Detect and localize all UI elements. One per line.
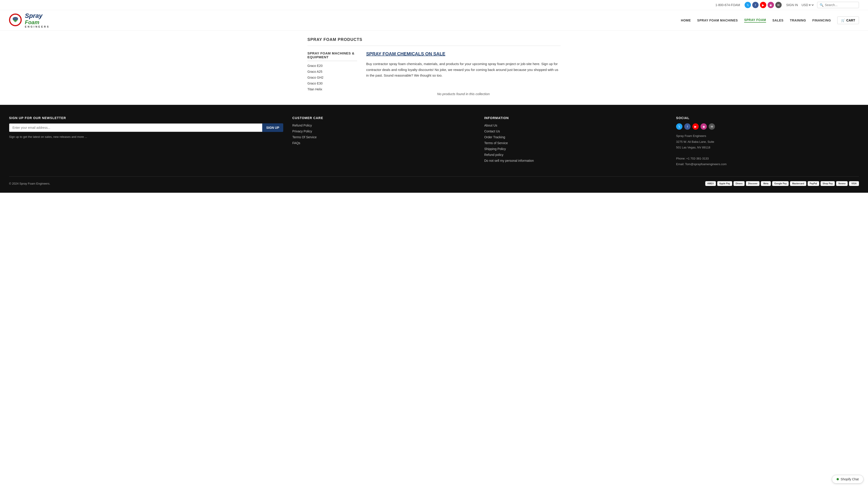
email-info: Email: Tom@sprayfoamengineers.com	[676, 162, 859, 167]
nav-financing[interactable]: FINANCING	[812, 19, 831, 22]
copyright: © 2024 Spray Foam Engineers.	[9, 182, 50, 185]
phone-value: +1 702-381-3133	[686, 157, 709, 160]
email-label: Email:	[676, 162, 684, 166]
address-line1: 3275 W. Ali Baba Lane, Suite	[676, 139, 859, 144]
product-description: Buy contractor spray foam chemicals, mat…	[366, 61, 561, 78]
main-layout: SPRAY FOAM MACHINES & EQUIPMENT Graco E2…	[307, 51, 561, 98]
privacy-policy-link[interactable]: Privacy Policy	[292, 129, 312, 133]
phone-number: 1-800-674-FOAM	[715, 3, 740, 7]
social-footer-icons: 𝕏 f ▶ ◉ ✉	[676, 123, 859, 130]
information-links: About Us Contact Us Order Tracking Terms…	[484, 123, 667, 163]
footer-bottom: © 2024 Spray Foam Engineers. AMEX Apple …	[9, 176, 859, 186]
search-icon: 🔍	[819, 3, 824, 7]
facebook-icon-top[interactable]: f	[752, 2, 758, 8]
newsletter-input[interactable]	[9, 123, 262, 132]
facebook-icon-footer[interactable]: f	[684, 123, 690, 130]
shipping-policy-link[interactable]: Shipping Policy	[484, 147, 506, 151]
newsletter-note: Sign up to get the latest on sales, new …	[9, 135, 283, 138]
graco-e20-link[interactable]: Graco E20	[307, 64, 322, 68]
list-item: FAQs	[292, 141, 475, 145]
mastercard-icon: Mastercard	[790, 181, 806, 186]
no-products-message: No products found in this collection	[366, 92, 561, 96]
cart-button[interactable]: 🛒 CART	[837, 17, 859, 24]
logo-circle	[9, 13, 22, 26]
newsletter-form: SIGN UP	[9, 123, 283, 132]
search-input[interactable]	[825, 3, 857, 7]
nav-spray-foam[interactable]: SPRAY FOAM	[744, 18, 766, 23]
search-box: 🔍	[817, 2, 859, 8]
footer-newsletter: SIGN UP FOR OUR NEWSLETTER SIGN UP Sign …	[9, 116, 283, 167]
refund-policy-info-link[interactable]: Refund policy	[484, 153, 503, 157]
order-tracking-link[interactable]: Order Tracking	[484, 135, 505, 139]
page-title: SPRAY FOAM PRODUCTS	[307, 37, 561, 42]
footer-social: SOCIAL 𝕏 f ▶ ◉ ✉ Spray Foam Engineers 32…	[676, 116, 859, 167]
list-item: Contact Us	[484, 129, 667, 133]
sign-in-link[interactable]: SIGN IN	[786, 3, 798, 7]
list-item: Terms Of Service	[292, 135, 475, 139]
currency-selector[interactable]: USD ▾	[801, 3, 814, 7]
graco-e30-link[interactable]: Graco E30	[307, 82, 322, 85]
email-icon-top[interactable]: ✉	[775, 2, 782, 8]
youtube-icon-top[interactable]: ▶	[760, 2, 766, 8]
top-bar: 1-800-674-FOAM 𝕏 f ▶ ◉ ✉ SIGN IN USD ▾ 🔍	[0, 0, 868, 10]
nav-training[interactable]: TRAINING	[790, 19, 806, 22]
footer-top: SIGN UP FOR OUR NEWSLETTER SIGN UP Sign …	[9, 116, 859, 167]
list-item: Order Tracking	[484, 135, 667, 139]
list-item: Do not sell my personal information	[484, 159, 667, 163]
sidebar-divider	[307, 61, 357, 61]
social-title: SOCIAL	[676, 116, 859, 120]
instagram-icon-top[interactable]: ◉	[768, 2, 774, 8]
visa-icon: VISA	[849, 181, 859, 186]
titan-helix-link[interactable]: Titan Helix	[307, 88, 322, 91]
logo-foam: Foam	[25, 20, 50, 25]
contact-us-link[interactable]: Contact Us	[484, 129, 500, 133]
footer-customer-care: CUSTOMER CARE Refund Policy Privacy Poli…	[292, 116, 475, 167]
list-item: Graco E20	[307, 64, 357, 68]
terms-of-service-link[interactable]: Terms Of Service	[292, 135, 316, 139]
graco-a25-link[interactable]: Graco A25	[307, 70, 322, 73]
newsletter-signup-button[interactable]: SIGN UP	[262, 123, 283, 132]
product-section-title[interactable]: SPRAY FOAM CHEMICALS ON SALE	[366, 51, 445, 57]
main-nav: Spray Foam ENGINEERS HOME SPRAY FOAM MAC…	[0, 10, 868, 31]
twitter-icon-footer[interactable]: 𝕏	[676, 123, 682, 130]
email-icon-footer[interactable]: ✉	[709, 123, 715, 130]
nav-spray-foam-machines[interactable]: SPRAY FOAM MACHINES	[697, 19, 738, 22]
top-bar-actions: SIGN IN USD ▾	[786, 3, 814, 7]
shop-pay-icon: Shop Pay	[820, 181, 835, 186]
address-line2: 501 Las Vegas, NV 89118	[676, 145, 859, 150]
do-not-sell-link[interactable]: Do not sell my personal information	[484, 159, 534, 162]
logo-spray: Spray	[25, 12, 50, 20]
instagram-icon-footer[interactable]: ◉	[701, 123, 707, 130]
customer-care-links: Refund Policy Privacy Policy Terms Of Se…	[292, 123, 475, 145]
list-item: Shipping Policy	[484, 147, 667, 151]
graco-gh2-link[interactable]: Graco GH2	[307, 76, 323, 79]
payment-icons: AMEX Apple Pay Diners Discover Meta Goog…	[705, 181, 859, 186]
list-item: Refund policy	[484, 153, 667, 157]
list-item: Graco GH2	[307, 75, 357, 79]
logo-engineers: ENGINEERS	[25, 25, 50, 28]
discover-icon: Discover	[746, 181, 760, 186]
nav-links: HOME SPRAY FOAM MACHINES SPRAY FOAM SALE…	[681, 17, 859, 24]
refund-policy-link[interactable]: Refund Policy	[292, 124, 312, 127]
venmo-icon: Venmo	[836, 181, 848, 186]
google-pay-icon: Google Pay	[772, 181, 789, 186]
logo-icon	[9, 13, 23, 27]
nav-home[interactable]: HOME	[681, 19, 691, 22]
amex-icon: AMEX	[705, 181, 716, 186]
twitter-icon-top[interactable]: 𝕏	[745, 2, 751, 8]
nav-sales[interactable]: SALES	[772, 19, 783, 22]
youtube-icon-footer[interactable]: ▶	[692, 123, 699, 130]
apple-pay-icon: Apple Pay	[717, 181, 732, 186]
footer-address: Spray Foam Engineers 3275 W. Ali Baba La…	[676, 133, 859, 167]
meta-icon: Meta	[761, 181, 771, 186]
sidebar-title: SPRAY FOAM MACHINES & EQUIPMENT	[307, 51, 357, 59]
page-content: SPRAY FOAM PRODUCTS SPRAY FOAM MACHINES …	[298, 31, 569, 105]
list-item: Titan Helix	[307, 87, 357, 91]
faqs-link[interactable]: FAQs	[292, 141, 300, 145]
about-us-link[interactable]: About Us	[484, 124, 497, 127]
company-name: Spray Foam Engineers	[676, 133, 859, 138]
footer-information: INFORMATION About Us Contact Us Order Tr…	[484, 116, 667, 167]
cart-icon: 🛒	[841, 19, 845, 22]
logo[interactable]: Spray Foam ENGINEERS	[9, 12, 50, 28]
terms-of-service-info-link[interactable]: Terms of Service	[484, 141, 508, 145]
